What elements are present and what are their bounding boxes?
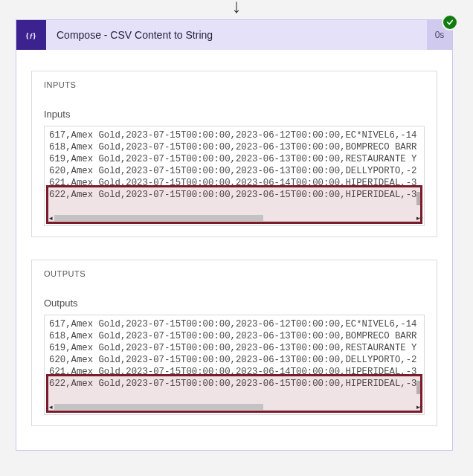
- scroll-right-arrow-icon[interactable]: ▸: [414, 214, 422, 222]
- compose-icon: { ƒ }: [16, 20, 46, 50]
- vertical-scroll-thumb[interactable]: [416, 192, 422, 205]
- action-title: Compose - CSV Content to String: [46, 20, 427, 50]
- card-body: INPUTS Inputs 617,Amex Gold,2023-07-15T0…: [16, 50, 452, 450]
- inputs-content: 617,Amex Gold,2023-07-15T00:00:00,2023-0…: [45, 126, 424, 201]
- outputs-content: 617,Amex Gold,2023-07-15T00:00:00,2023-0…: [45, 315, 424, 390]
- scroll-left-arrow-icon[interactable]: ◂: [47, 214, 54, 222]
- inputs-data-box[interactable]: 617,Amex Gold,2023-07-15T00:00:00,2023-0…: [44, 126, 425, 226]
- outputs-sublabel: Outputs: [44, 298, 425, 309]
- inputs-sublabel: Inputs: [44, 109, 425, 120]
- status-success-badge: [442, 14, 458, 30]
- horizontal-scroll-thumb[interactable]: [54, 404, 263, 410]
- outputs-horizontal-scrollbar[interactable]: ◂ ▸: [47, 402, 422, 411]
- flow-arrow-down-icon: ↓: [232, 0, 242, 16]
- vertical-scroll-thumb[interactable]: [416, 381, 422, 394]
- outputs-panel: OUTPUTS Outputs 617,Amex Gold,2023-07-15…: [31, 260, 437, 426]
- svg-text:}: }: [33, 31, 36, 39]
- card-header[interactable]: { ƒ } Compose - CSV Content to String 0s: [16, 20, 452, 50]
- inputs-panel: INPUTS Inputs 617,Amex Gold,2023-07-15T0…: [31, 71, 437, 237]
- svg-text:{: {: [26, 31, 29, 39]
- scroll-left-arrow-icon[interactable]: ◂: [47, 403, 54, 411]
- checkmark-icon: [446, 19, 454, 26]
- horizontal-scroll-thumb[interactable]: [54, 215, 263, 221]
- flow-action-card: { ƒ } Compose - CSV Content to String 0s…: [16, 19, 453, 451]
- outputs-data-box[interactable]: 617,Amex Gold,2023-07-15T00:00:00,2023-0…: [44, 315, 425, 415]
- inputs-horizontal-scrollbar[interactable]: ◂ ▸: [47, 213, 422, 222]
- inputs-heading: INPUTS: [32, 71, 437, 94]
- scroll-right-arrow-icon[interactable]: ▸: [414, 403, 422, 411]
- outputs-heading: OUTPUTS: [32, 260, 437, 283]
